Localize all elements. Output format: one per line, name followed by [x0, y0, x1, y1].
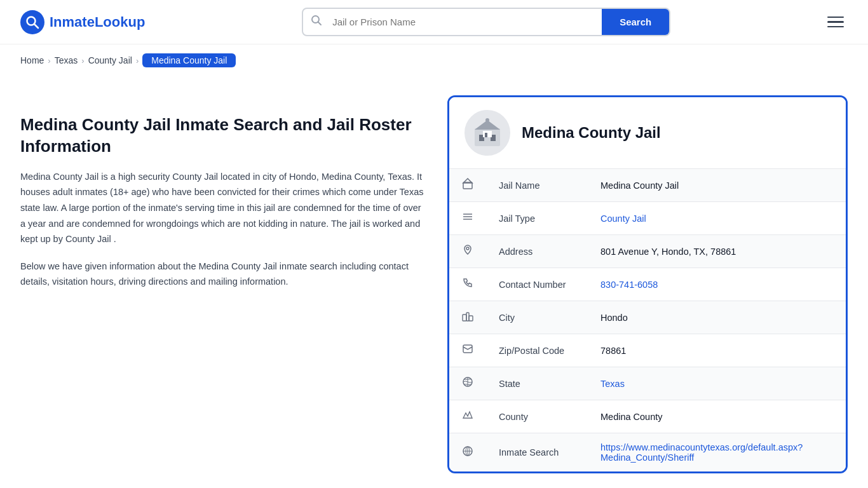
info-value: Medina County — [600, 412, 663, 422]
table-row: Jail Type County Jail — [449, 202, 846, 235]
row-label: Inmate Search — [486, 433, 588, 472]
row-label: Jail Name — [486, 169, 588, 202]
row-icon — [449, 334, 486, 367]
svg-point-16 — [466, 247, 469, 250]
inmate-search-link[interactable]: https://www.medinacountytexas.org/defaul… — [600, 442, 803, 463]
svg-line-3 — [318, 22, 322, 25]
jail-type-link[interactable]: County Jail — [600, 214, 646, 224]
left-column: Medina County Jail Inmate Search and Jai… — [20, 89, 427, 473]
row-icon — [449, 202, 486, 235]
right-column: Medina County Jail Jail Name Medina Coun… — [447, 89, 848, 473]
jail-card: Medina County Jail Jail Name Medina Coun… — [447, 95, 848, 473]
row-icon — [449, 433, 486, 472]
table-row: State Texas — [449, 367, 846, 400]
breadcrumb-state[interactable]: Texas — [55, 55, 78, 65]
row-label: Contact Number — [486, 268, 588, 301]
svg-line-1 — [34, 24, 38, 28]
info-value: 801 Avenue Y, Hondo, TX, 78861 — [600, 247, 736, 257]
row-label: Jail Type — [486, 202, 588, 235]
row-label: City — [486, 301, 588, 334]
state-link[interactable]: Texas — [600, 379, 625, 389]
row-label: State — [486, 367, 588, 400]
svg-rect-9 — [485, 133, 487, 137]
table-row: City Hondo — [449, 301, 846, 334]
row-label: Zip/Postal Code — [486, 334, 588, 367]
info-value: Hondo — [600, 313, 628, 323]
row-value[interactable]: https://www.medinacountytexas.org/defaul… — [588, 433, 846, 472]
page-title: Medina County Jail Inmate Search and Jai… — [20, 114, 427, 158]
jail-avatar — [465, 110, 510, 156]
search-icon — [303, 15, 330, 29]
row-icon — [449, 235, 486, 268]
breadcrumb-home[interactable]: Home — [20, 55, 44, 65]
breadcrumb: Home › Texas › County Jail › Medina Coun… — [0, 44, 868, 76]
row-icon — [449, 400, 486, 433]
hamburger-line-2 — [827, 21, 844, 23]
row-icon — [449, 301, 486, 334]
row-value: 801 Avenue Y, Hondo, TX, 78861 — [588, 235, 846, 268]
row-value[interactable]: 830-741-6058 — [588, 268, 846, 301]
row-value: Medina County — [588, 400, 846, 433]
row-value[interactable]: Texas — [588, 367, 846, 400]
search-bar: Search — [302, 8, 670, 36]
svg-rect-19 — [469, 316, 473, 321]
header: InmateLookup Search — [0, 0, 868, 44]
breadcrumb-sep-1: › — [48, 56, 50, 65]
page-desc-1: Medina County Jail is a high security Co… — [20, 169, 427, 247]
table-row: Jail Name Medina County Jail — [449, 169, 846, 202]
card-title: Medina County Jail — [522, 124, 661, 142]
card-header: Medina County Jail — [449, 97, 846, 168]
svg-point-10 — [485, 118, 489, 122]
row-value: 78861 — [588, 334, 846, 367]
row-icon — [449, 268, 486, 301]
breadcrumb-current: Medina County Jail — [142, 53, 236, 67]
breadcrumb-category[interactable]: County Jail — [88, 55, 132, 65]
search-button[interactable]: Search — [602, 9, 669, 35]
menu-button[interactable] — [827, 12, 848, 32]
info-value: Medina County Jail — [600, 180, 679, 191]
svg-rect-17 — [463, 315, 466, 321]
hamburger-line-3 — [827, 26, 844, 28]
svg-rect-20 — [463, 345, 472, 353]
row-icon — [449, 367, 486, 400]
table-row: Zip/Postal Code 78861 — [449, 334, 846, 367]
row-value: Hondo — [588, 301, 846, 334]
row-label: County — [486, 400, 588, 433]
row-value: Medina County Jail — [588, 169, 846, 202]
info-value: 78861 — [600, 346, 626, 356]
search-input[interactable] — [330, 10, 602, 34]
main-content: Medina County Jail Inmate Search and Jai… — [0, 76, 868, 488]
row-value[interactable]: County Jail — [588, 202, 846, 235]
info-table: Jail Name Medina County Jail Jail Type C… — [449, 168, 846, 471]
logo-text: InmateLookup — [50, 14, 145, 30]
contact-link[interactable]: 830-741-6058 — [600, 280, 658, 290]
breadcrumb-sep-2: › — [81, 56, 84, 65]
table-row: Address 801 Avenue Y, Hondo, TX, 78861 — [449, 235, 846, 268]
row-label: Address — [486, 235, 588, 268]
table-row: Inmate Search https://www.medinacountyte… — [449, 433, 846, 472]
breadcrumb-sep-3: › — [136, 56, 139, 65]
row-icon — [449, 169, 486, 202]
page-desc-2: Below we have given information about th… — [20, 259, 427, 290]
table-row: County Medina County — [449, 400, 846, 433]
logo-icon — [20, 10, 44, 34]
table-row: Contact Number 830-741-6058 — [449, 268, 846, 301]
hamburger-line-1 — [827, 17, 844, 18]
logo-link[interactable]: InmateLookup — [20, 10, 145, 34]
